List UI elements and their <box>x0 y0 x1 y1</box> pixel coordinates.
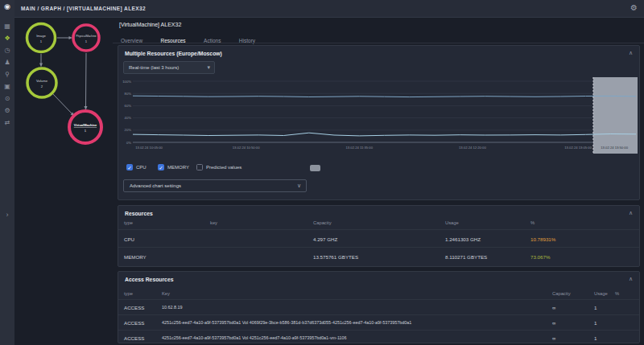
panel-access-resources: Access Resources ∧ type Key Capacity Usa… <box>118 271 640 343</box>
table-row-access-3[interactable]: ACCESS 4251c256-eed7-4a10-a9f-5373957bd0… <box>118 330 639 344</box>
col-capacity: Capacity <box>552 291 571 296</box>
col-key: key <box>210 220 217 225</box>
y-axis-tick: 20% <box>125 128 132 132</box>
node-virtualmachine-label: VirtualMachine <box>74 123 97 127</box>
memory-type: MEMORY <box>124 254 147 260</box>
chevron-down-icon: ∨ <box>297 183 301 189</box>
col-usage: Usage <box>594 291 608 296</box>
col-type: type <box>124 291 133 296</box>
node-virtualmachine-count: 1 <box>85 129 87 133</box>
predicted-values-swatch <box>310 165 320 171</box>
access-key: 4251c256-eed7-4a10-a9f-5373957bd0a1 Vol … <box>162 320 411 325</box>
panel-chart-collapse-icon[interactable]: ∧ <box>629 50 633 56</box>
series-line-cpu <box>133 133 636 136</box>
col-capacity: Capacity <box>313 220 332 225</box>
time-range-select[interactable]: Real-time (last 3 hours) ▾ <box>123 61 215 74</box>
legend-item-cpu: ✓ CPU <box>126 163 157 171</box>
panel-resources: Resources ∧ type key Capacity Usage % CP… <box>118 205 640 267</box>
chart-legend: ✓ CPU ✓ MEMORY Predicted values <box>118 163 639 173</box>
resources-title: Resources <box>125 211 153 216</box>
access-type: ACCESS <box>124 335 144 341</box>
node-image-label: Image <box>36 34 46 38</box>
predicted-region <box>593 77 638 154</box>
graph-node-volume[interactable]: Volume 2 <box>27 68 56 97</box>
table-row-access-1[interactable]: ACCESS 10.62.8.19 ∞ 1 <box>118 299 639 314</box>
advanced-chart-settings-accordion[interactable]: Advanced chart settings ∨ <box>123 179 307 192</box>
sidebar-item-graph[interactable]: ❖ <box>0 33 14 44</box>
legend-item-predicted: Predicted values <box>196 163 325 171</box>
settings-gear-icon[interactable]: ⚙ <box>630 3 638 12</box>
access-type: ACCESS <box>124 305 144 310</box>
y-axis-tick: 40% <box>125 116 132 120</box>
sidebar-item-users[interactable]: ♟ <box>0 57 14 68</box>
graph-node-physicalmachine[interactable]: PhysicalMachine 1 <box>73 25 99 51</box>
resources-chart: 100%80%60%40%20%0%13.02.24 10:05:0013.02… <box>120 76 639 161</box>
graph-node-virtualmachine-selected[interactable]: VirtualMachine 1 <box>69 111 101 143</box>
node-image-count: 1 <box>40 39 43 43</box>
page-title: [VirtualMachine] ALEX32 <box>119 22 181 27</box>
access-type: ACCESS <box>124 320 144 326</box>
access-capacity: ∞ <box>552 335 555 341</box>
app-logo-icon[interactable]: ◉ <box>0 2 14 10</box>
y-axis-tick: 80% <box>125 92 132 96</box>
sidebar-item-security[interactable]: ⊙ <box>0 93 14 105</box>
access-capacity: ∞ <box>552 320 555 326</box>
y-axis-tick: 100% <box>122 80 131 84</box>
access-usage: 1 <box>594 320 597 326</box>
tabs-divider <box>113 43 644 43</box>
app-root: ◉ ▦ ❖ ◷ ♟ ⚲ ▣ ⊙ ⚙ ⇄ › MAIN / GRAPH / [VI… <box>0 0 644 345</box>
graph-node-image[interactable]: Image 1 <box>27 24 56 52</box>
col-key: Key <box>162 291 170 296</box>
advanced-settings-label: Advanced chart settings <box>130 183 181 188</box>
node-volume-label: Volume <box>36 79 48 83</box>
time-range-value: Real-time (last 3 hours) <box>129 65 179 70</box>
access-usage: 1 <box>594 335 597 341</box>
cpu-label: CPU <box>136 165 147 170</box>
cpu-type: CPU <box>124 236 134 242</box>
memory-capacity: 13.575761 GBYTES <box>313 254 358 260</box>
sidebar: ◉ ▦ ❖ ◷ ♟ ⚲ ▣ ⊙ ⚙ ⇄ › <box>0 0 14 345</box>
x-axis-tick: 13.02.24 13:50:00 <box>601 146 628 150</box>
memory-label: MEMORY <box>167 165 189 170</box>
x-axis-tick: 13.02.24 13:05:00 <box>564 146 592 150</box>
node-physicalmachine-count: 1 <box>85 39 88 43</box>
table-row-access-2[interactable]: ACCESS 4251c256-eed7-4a10-a9f-5373957bd0… <box>118 314 639 330</box>
cpu-checkbox[interactable]: ✓ <box>126 164 133 170</box>
cpu-percent: 10.78931% <box>530 236 555 242</box>
node-physicalmachine-label: PhysicalMachine <box>76 35 97 38</box>
col-usage: Usage <box>445 220 459 225</box>
sidebar-item-dashboard[interactable]: ▦ <box>0 21 14 32</box>
cpu-capacity: 4.297 GHZ <box>313 236 337 242</box>
access-key: 10.62.8.19 <box>162 305 182 310</box>
memory-percent: 73.067% <box>530 254 550 260</box>
access-capacity: ∞ <box>552 305 555 310</box>
access-collapse-icon[interactable]: ∧ <box>629 276 633 282</box>
resources-collapse-icon[interactable]: ∧ <box>629 210 633 216</box>
table-row-memory[interactable]: MEMORY 13.575761 GBYTES 8.110271 GBYTES … <box>118 247 639 265</box>
memory-usage: 8.110271 GBYTES <box>445 254 487 260</box>
cpu-usage: 1.2461303 GHZ <box>445 236 481 242</box>
topology-graph: Image 1 PhysicalMachine 1 Volume 2 Virtu… <box>14 18 113 179</box>
x-axis-tick: 13.02.24 12:20:00 <box>459 146 486 150</box>
breadcrumb[interactable]: MAIN / GRAPH / [VIRTUALMACHINE] ALEX32 <box>21 6 146 11</box>
access-key: 4251c256-eed7-4a10-a9f-5373957bd0a1 Vol … <box>162 335 347 340</box>
series-line-memory <box>133 96 636 97</box>
col-percent: % <box>615 291 619 296</box>
table-row-cpu[interactable]: CPU 4.297 GHZ 1.2461303 GHZ 10.78931% <box>118 229 639 247</box>
sidebar-item-history[interactable]: ◷ <box>0 45 14 56</box>
sidebar-item-settings[interactable]: ⚙ <box>0 105 14 117</box>
predicted-values-checkbox[interactable] <box>196 164 203 170</box>
access-resources-title: Access Resources <box>125 277 173 282</box>
sidebar-item-search[interactable]: ⚲ <box>0 69 14 80</box>
sidebar-item-transfer[interactable]: ⇄ <box>0 117 14 129</box>
x-axis-tick: 13.02.24 11:35:00 <box>346 146 374 150</box>
tab-bar: Overview Resources Actions History <box>121 31 270 43</box>
sidebar-expand-icon[interactable]: › <box>0 211 14 219</box>
memory-checkbox[interactable]: ✓ <box>158 164 164 170</box>
predicted-values-label: Predicted values <box>206 165 242 170</box>
x-axis-tick: 13.02.24 10:05:00 <box>135 146 163 150</box>
sidebar-item-packages[interactable]: ▣ <box>0 81 14 92</box>
col-type: type <box>124 220 133 225</box>
y-axis-tick: 0% <box>126 141 131 145</box>
caret-down-icon: ▾ <box>207 64 210 71</box>
